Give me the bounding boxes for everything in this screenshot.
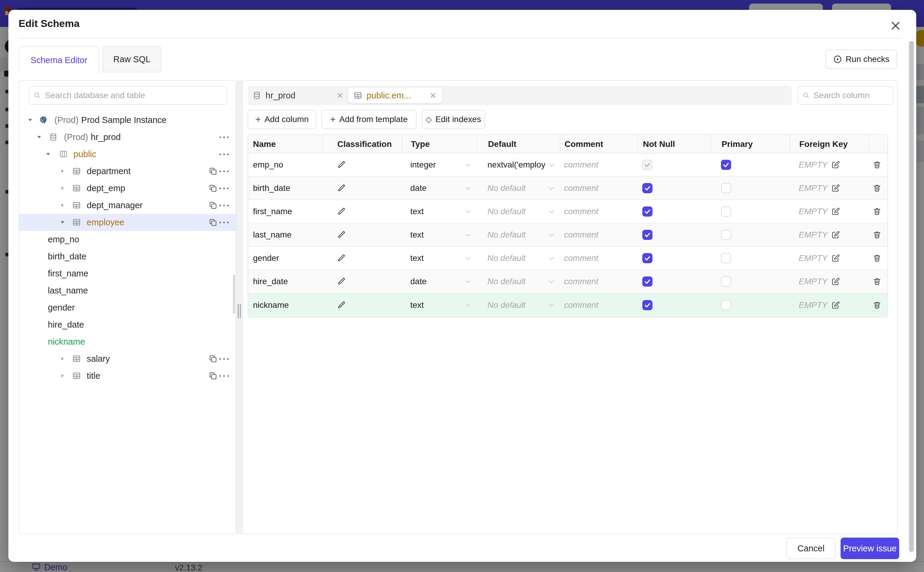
copy-icon[interactable] — [208, 218, 217, 227]
trash-icon[interactable] — [872, 300, 882, 310]
tree-item-title[interactable]: title··· — [19, 367, 236, 384]
preview-issue-button[interactable]: Preview issue — [840, 538, 899, 559]
default-select[interactable]: No default — [477, 270, 560, 293]
more-menu-icon[interactable]: ··· — [219, 367, 231, 384]
tree-item-dept_manager[interactable]: dept_manager··· — [19, 197, 236, 214]
type-select[interactable]: text — [402, 224, 477, 246]
tree-item-salary[interactable]: salary··· — [19, 350, 236, 367]
tree-item-first_name[interactable]: first_name — [19, 265, 236, 282]
tree-item-dept_emp[interactable]: dept_emp··· — [19, 180, 236, 197]
chip-hr-prod[interactable]: hr_prod — [253, 85, 344, 105]
more-menu-icon[interactable]: ··· — [219, 350, 231, 367]
column-search-input[interactable] — [813, 91, 889, 100]
edit-square-icon[interactable] — [831, 184, 840, 193]
edit-square-icon[interactable] — [831, 277, 840, 286]
type-select[interactable]: text — [402, 294, 477, 317]
default-select[interactable]: No default — [477, 200, 560, 223]
primary-checkbox-unchecked[interactable] — [721, 230, 731, 240]
cancel-button[interactable]: Cancel — [786, 538, 836, 559]
tab-schema-editor[interactable]: Schema Editor — [19, 46, 99, 74]
not-null-checkbox-checked[interactable] — [642, 183, 653, 193]
trash-icon[interactable] — [872, 183, 882, 193]
close-icon[interactable] — [336, 92, 344, 99]
tab-raw-sql[interactable]: Raw SQL — [102, 46, 161, 72]
scrollbar-thumb[interactable] — [909, 41, 914, 552]
comment-field[interactable]: comment — [560, 224, 637, 246]
more-menu-icon[interactable]: ··· — [219, 180, 231, 197]
comment-field[interactable]: comment — [560, 200, 637, 223]
tree-item-last_name[interactable]: last_name — [19, 282, 236, 299]
caret-down-icon[interactable] — [45, 151, 51, 157]
tree-item-hire_date[interactable]: hire_date — [19, 316, 236, 333]
not-null-checkbox-checked[interactable] — [642, 207, 653, 217]
default-select[interactable]: No default — [477, 177, 560, 199]
primary-checkbox-unchecked[interactable] — [721, 253, 731, 263]
caret-right-icon[interactable] — [59, 168, 66, 174]
caret-down-icon[interactable] — [27, 117, 34, 123]
default-select[interactable]: nextval('employ — [477, 154, 560, 176]
not-null-checkbox-checked[interactable] — [642, 230, 653, 240]
not-null-checkbox-checked[interactable] — [642, 277, 653, 287]
pencil-icon[interactable] — [337, 183, 346, 193]
column-name-cell[interactable]: hire_date — [248, 270, 322, 293]
edit-square-icon[interactable] — [831, 160, 840, 169]
tree-item-hr_prod[interactable]: (Prod)hr_prod··· — [19, 129, 236, 146]
column-name-cell[interactable]: gender — [248, 247, 322, 270]
caret-right-icon[interactable] — [59, 355, 66, 362]
type-select[interactable]: date — [402, 177, 477, 199]
tree-item-Prod Sample Instance[interactable]: (Prod)Prod Sample Instance — [19, 112, 236, 129]
trash-icon[interactable] — [872, 230, 882, 239]
type-select[interactable]: integer — [402, 154, 477, 176]
copy-icon[interactable] — [208, 354, 217, 363]
tree-item-gender[interactable]: gender — [19, 299, 236, 316]
pencil-icon[interactable] — [337, 277, 346, 286]
primary-checkbox-unchecked[interactable] — [721, 183, 731, 193]
caret-down-icon[interactable] — [59, 219, 66, 225]
pencil-icon[interactable] — [337, 160, 346, 169]
default-select[interactable]: No default — [477, 224, 560, 246]
comment-field[interactable]: comment — [560, 154, 637, 176]
panel-splitter[interactable] — [236, 80, 242, 534]
caret-down-icon[interactable] — [36, 134, 42, 140]
type-select[interactable]: text — [402, 200, 477, 223]
primary-checkbox-unchecked[interactable] — [721, 277, 731, 287]
not-null-checkbox-checked[interactable] — [642, 300, 653, 310]
tree-item-birth_date[interactable]: birth_date — [19, 248, 236, 265]
chip-public-employee[interactable]: public.em... — [348, 88, 442, 103]
trash-icon[interactable] — [872, 160, 882, 169]
trash-icon[interactable] — [872, 277, 882, 286]
caret-right-icon[interactable] — [59, 373, 66, 379]
more-menu-icon[interactable]: ··· — [219, 197, 231, 214]
close-icon[interactable] — [429, 92, 437, 99]
more-menu-icon[interactable]: ··· — [219, 129, 231, 146]
add-from-template-button[interactable]: + Add from template — [321, 110, 417, 129]
edit-square-icon[interactable] — [831, 254, 840, 263]
tree-item-employee[interactable]: employee··· — [19, 214, 236, 231]
more-menu-icon[interactable]: ··· — [219, 163, 231, 180]
pencil-icon[interactable] — [337, 207, 346, 216]
tree-item-department[interactable]: department··· — [19, 163, 236, 180]
column-name-cell[interactable]: first_name — [248, 200, 322, 223]
column-name-cell[interactable]: nickname — [248, 294, 322, 317]
column-name-cell[interactable]: emp_no — [248, 154, 322, 176]
primary-checkbox-checked[interactable] — [721, 160, 731, 170]
comment-field[interactable]: comment — [560, 247, 637, 270]
more-menu-icon[interactable]: ··· — [219, 214, 231, 231]
default-select[interactable]: No default — [477, 247, 560, 270]
caret-right-icon[interactable] — [59, 202, 66, 208]
column-name-cell[interactable]: last_name — [248, 224, 322, 246]
not-null-checkbox-checked[interactable] — [642, 253, 653, 263]
trash-icon[interactable] — [872, 253, 882, 263]
type-select[interactable]: date — [402, 270, 477, 293]
copy-icon[interactable] — [208, 184, 217, 193]
edit-square-icon[interactable] — [831, 230, 840, 239]
tree-scrollbar-thumb[interactable] — [233, 275, 235, 314]
type-select[interactable]: text — [402, 247, 477, 270]
copy-icon[interactable] — [208, 201, 217, 210]
run-checks-button[interactable]: Run checks — [825, 50, 897, 69]
edit-square-icon[interactable] — [831, 301, 840, 309]
edit-indexes-button[interactable]: ◇ Edit indexes — [422, 110, 485, 129]
caret-right-icon[interactable] — [59, 185, 66, 191]
pencil-icon[interactable] — [337, 300, 346, 310]
pencil-icon[interactable] — [337, 253, 346, 263]
